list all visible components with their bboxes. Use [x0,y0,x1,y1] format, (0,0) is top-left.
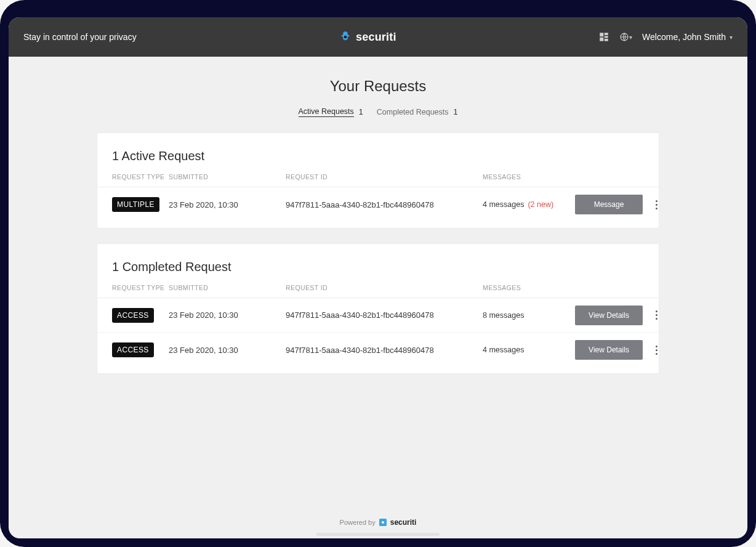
request-type-badge: ACCESS [112,342,154,357]
messages-cell: 4 messages [483,346,575,354]
chevron-down-icon: ▾ [730,34,733,41]
row-menu-icon[interactable] [649,342,664,357]
tab-active-requests[interactable]: Active Requests 1 [299,107,363,117]
svg-point-0 [344,36,347,38]
request-id-cell: 947f7811-5aaa-4340-82b1-fbc448960478 [286,200,483,209]
request-type-badge: ACCESS [112,308,154,323]
logo-icon [339,30,352,44]
messages-count: 4 messages [483,200,524,209]
col-id: REQUEST ID [286,173,483,180]
tab-completed-requests[interactable]: Completed Requests 1 [377,107,458,117]
logo-icon [379,519,387,526]
messages-cell: 4 messages (2 new) [483,200,575,209]
col-submitted: SUBMITTED [169,284,286,291]
row-menu-icon[interactable] [649,197,664,212]
brand: securiti [137,30,598,44]
messages-new: (2 new) [528,200,553,209]
messages-count: 4 messages [483,346,524,354]
screen: Stay in control of your privacy securiti [9,17,747,538]
messages-count: 8 messages [483,311,524,320]
svg-rect-3 [605,36,608,38]
tab-label: Completed Requests [377,108,449,116]
scroll-indicator [316,533,440,536]
section-title: 1 Completed Request [97,244,659,284]
col-submitted: SUBMITTED [169,173,286,180]
request-type-badge: MULTIPLE [112,197,159,212]
user-menu[interactable]: Welcome, John Smith ▾ [642,32,733,42]
svg-point-8 [382,521,384,524]
table-row: MULTIPLE 23 Feb 2020, 10:30 947f7811-5aa… [97,187,659,222]
tab-label: Active Requests [299,107,354,117]
globe-icon[interactable]: ▾ [619,32,632,42]
brand-text: securiti [356,31,396,44]
col-type: REQUEST TYPE [112,284,169,291]
messages-cell: 8 messages [483,311,575,320]
col-id: REQUEST ID [286,284,483,291]
svg-rect-5 [605,39,608,41]
col-messages: MESSAGES [483,284,575,291]
section-title: 1 Active Request [97,133,659,173]
footer-brand: securiti [390,518,417,527]
svg-rect-1 [600,33,603,36]
tagline: Stay in control of your privacy [23,32,137,42]
table-header: REQUEST TYPE SUBMITTED REQUEST ID MESSAG… [97,173,659,187]
request-id-cell: 947f7811-5aaa-4340-82b1-fbc448960478 [286,346,483,355]
tab-count: 1 [359,108,363,116]
col-messages: MESSAGES [483,173,575,180]
table-row: ACCESS 23 Feb 2020, 10:30 947f7811-5aaa-… [97,298,659,333]
completed-requests-section: 1 Completed Request REQUEST TYPE SUBMITT… [97,244,659,373]
table-row: ACCESS 23 Feb 2020, 10:30 947f7811-5aaa-… [97,333,659,367]
footer: Powered by securiti [340,502,417,533]
page-title: Your Requests [330,78,427,95]
tab-count: 1 [454,108,458,116]
message-button[interactable]: Message [575,195,643,214]
svg-rect-2 [605,33,608,35]
active-requests-section: 1 Active Request REQUEST TYPE SUBMITTED … [97,133,659,228]
submitted-cell: 23 Feb 2020, 10:30 [169,310,286,320]
chevron-down-icon: ▾ [629,34,632,41]
submitted-cell: 23 Feb 2020, 10:30 [169,200,286,209]
svg-rect-4 [600,38,603,41]
view-details-button[interactable]: View Details [575,306,643,325]
row-menu-icon[interactable] [649,308,664,323]
content: Your Requests Active Requests 1 Complete… [9,57,747,538]
col-type: REQUEST TYPE [112,173,169,180]
dashboard-icon[interactable] [598,31,609,43]
welcome-text: Welcome, John Smith [642,32,726,42]
request-id-cell: 947f7811-5aaa-4340-82b1-fbc448960478 [286,310,483,320]
footer-prefix: Powered by [340,519,376,526]
tabs: Active Requests 1 Completed Requests 1 [299,107,458,117]
app-header: Stay in control of your privacy securiti [9,17,747,57]
device-frame: Stay in control of your privacy securiti [0,0,756,547]
submitted-cell: 23 Feb 2020, 10:30 [169,346,286,355]
table-header: REQUEST TYPE SUBMITTED REQUEST ID MESSAG… [97,284,659,298]
view-details-button[interactable]: View Details [575,340,643,360]
